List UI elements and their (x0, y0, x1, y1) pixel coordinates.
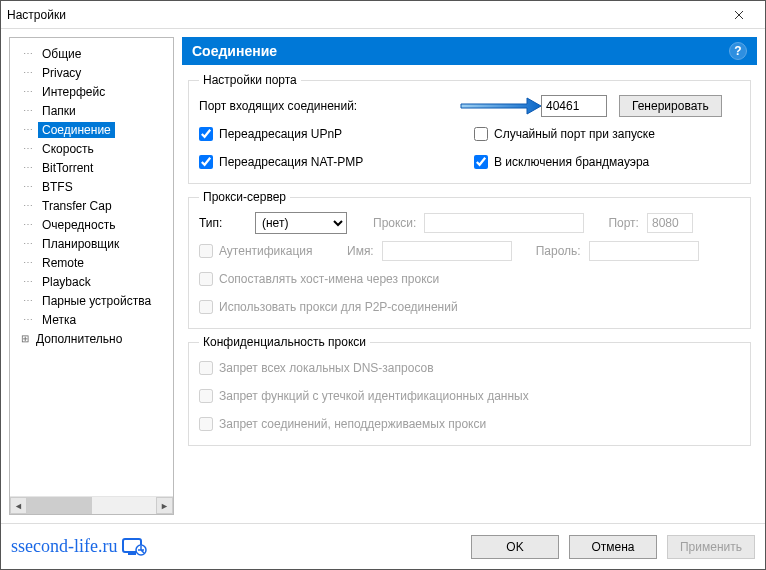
horizontal-scrollbar[interactable]: ◄ ► (10, 496, 173, 514)
tree-label: Remote (38, 255, 88, 271)
proxy-hostnames-checkbox-input (199, 272, 213, 286)
generate-port-button[interactable]: Генерировать (619, 95, 722, 117)
firewall-label: В исключения брандмауэра (494, 155, 649, 169)
random-port-checkbox[interactable]: Случайный порт при запуске (474, 127, 655, 141)
random-port-label: Случайный порт при запуске (494, 127, 655, 141)
scroll-right-arrow-icon[interactable]: ► (156, 497, 173, 514)
tree-label: Интерфейс (38, 84, 109, 100)
tree-connector-icon: ⋯ (18, 295, 38, 306)
leak-block-checkbox: Запрет функций с утечкой идентификационн… (199, 389, 529, 403)
tree-item-transfercap[interactable]: ⋯Transfer Cap (10, 196, 173, 215)
proxy-p2p-label: Использовать прокси для P2P-соединений (219, 300, 458, 314)
tree-connector-icon: ⋯ (18, 86, 38, 97)
tree-connector-icon: ⋯ (18, 276, 38, 287)
random-port-checkbox-input[interactable] (474, 127, 488, 141)
upnp-label: Переадресация UPnP (219, 127, 342, 141)
proxy-username-input (382, 241, 512, 261)
settings-window: Настройки ⋯Общие ⋯Privacy ⋯Интерфейс ⋯Па… (0, 0, 766, 570)
window-title: Настройки (7, 8, 719, 22)
tree-label: Папки (38, 103, 80, 119)
upnp-checkbox[interactable]: Переадресация UPnP (199, 127, 474, 141)
tree-item-general[interactable]: ⋯Общие (10, 44, 173, 63)
firewall-checkbox[interactable]: В исключения брандмауэра (474, 155, 649, 169)
tree-label: Transfer Cap (38, 198, 116, 214)
tree-label: BitTorrent (38, 160, 97, 176)
natpmp-checkbox[interactable]: Переадресация NAT-PMP (199, 155, 474, 169)
dns-block-checkbox: Запрет всех локальных DNS-запросов (199, 361, 434, 375)
tree-connector-icon: ⋯ (18, 314, 38, 325)
port-settings-group: Настройки порта Порт входящих соединений… (188, 73, 751, 184)
proxy-p2p-checkbox-input (199, 300, 213, 314)
tree-item-scheduler[interactable]: ⋯Планировщик (10, 234, 173, 253)
tree-label: Планировщик (38, 236, 123, 252)
proxy-password-label: Пароль: (536, 244, 581, 258)
tree-item-btfs[interactable]: ⋯BTFS (10, 177, 173, 196)
watermark-logo-icon (121, 537, 147, 557)
proxy-privacy-group: Конфиденциальность прокси Запрет всех ло… (188, 335, 751, 446)
tree-connector-icon: ⋯ (18, 48, 38, 59)
pointer-arrow-icon (459, 96, 541, 116)
tree-list: ⋯Общие ⋯Privacy ⋯Интерфейс ⋯Папки ⋯Соеди… (10, 38, 173, 496)
scroll-thumb[interactable] (27, 497, 92, 514)
tree-label: Privacy (38, 65, 85, 81)
tree-item-bittorrent[interactable]: ⋯BitTorrent (10, 158, 173, 177)
proxy-type-label: Тип: (199, 216, 247, 230)
tree-item-queue[interactable]: ⋯Очередность (10, 215, 173, 234)
incoming-port-input[interactable] (541, 95, 607, 117)
tree-connector-icon: ⋯ (18, 200, 38, 211)
tree-connector-icon: ⋯ (18, 143, 38, 154)
nav-tree: ⋯Общие ⋯Privacy ⋯Интерфейс ⋯Папки ⋯Соеди… (9, 37, 174, 515)
tree-item-advanced[interactable]: ⊞Дополнительно (10, 329, 173, 348)
scroll-left-arrow-icon[interactable]: ◄ (10, 497, 27, 514)
close-button[interactable] (719, 1, 759, 29)
expand-icon[interactable]: ⊞ (18, 333, 32, 344)
tree-connector-icon: ⋯ (18, 67, 38, 78)
proxy-port-label: Порт: (608, 216, 639, 230)
tree-item-speed[interactable]: ⋯Скорость (10, 139, 173, 158)
tree-item-playback[interactable]: ⋯Playback (10, 272, 173, 291)
proxy-auth-label: Аутентификация (219, 244, 313, 258)
proxy-legend: Прокси-сервер (199, 190, 290, 204)
tree-item-connection[interactable]: ⋯Соединение (10, 120, 173, 139)
watermark: ssecond-life.ru (11, 536, 147, 557)
tree-item-remote[interactable]: ⋯Remote (10, 253, 173, 272)
tree-item-paired[interactable]: ⋯Парные устройства (10, 291, 173, 310)
dns-block-checkbox-input (199, 361, 213, 375)
watermark-text: ssecond-life.ru (11, 536, 117, 557)
tree-item-folders[interactable]: ⋯Папки (10, 101, 173, 120)
tree-label: Соединение (38, 122, 115, 138)
content-panel: Соединение ? Настройки порта Порт входящ… (182, 37, 757, 515)
proxy-port-input (647, 213, 693, 233)
tree-item-privacy[interactable]: ⋯Privacy (10, 63, 173, 82)
tree-item-interface[interactable]: ⋯Интерфейс (10, 82, 173, 101)
proxy-host-input (424, 213, 584, 233)
proxy-type-select[interactable]: (нет) (255, 212, 347, 234)
leak-block-label: Запрет функций с утечкой идентификационн… (219, 389, 529, 403)
scroll-track[interactable] (27, 497, 156, 514)
tree-connector-icon: ⋯ (18, 238, 38, 249)
cancel-button[interactable]: Отмена (569, 535, 657, 559)
footer: ssecond-life.ru OK Отмена Применить (1, 523, 765, 569)
help-icon[interactable]: ? (729, 42, 747, 60)
upnp-checkbox-input[interactable] (199, 127, 213, 141)
tree-connector-icon: ⋯ (18, 124, 38, 135)
leak-block-checkbox-input (199, 389, 213, 403)
ok-button[interactable]: OK (471, 535, 559, 559)
tree-label: Скорость (38, 141, 98, 157)
firewall-checkbox-input[interactable] (474, 155, 488, 169)
natpmp-label: Переадресация NAT-PMP (219, 155, 363, 169)
tree-connector-icon: ⋯ (18, 219, 38, 230)
natpmp-checkbox-input[interactable] (199, 155, 213, 169)
proxy-privacy-legend: Конфиденциальность прокси (199, 335, 370, 349)
unsupported-block-label: Запрет соединений, неподдерживаемых прок… (219, 417, 486, 431)
tree-item-label[interactable]: ⋯Метка (10, 310, 173, 329)
tree-connector-icon: ⋯ (18, 162, 38, 173)
proxy-auth-checkbox: Аутентификация (199, 244, 339, 258)
tree-label: Общие (38, 46, 85, 62)
port-legend: Настройки порта (199, 73, 301, 87)
proxy-auth-checkbox-input (199, 244, 213, 258)
panel-body: Настройки порта Порт входящих соединений… (182, 65, 757, 515)
proxy-username-label: Имя: (347, 244, 374, 258)
proxy-p2p-checkbox: Использовать прокси для P2P-соединений (199, 300, 458, 314)
panel-header: Соединение ? (182, 37, 757, 65)
